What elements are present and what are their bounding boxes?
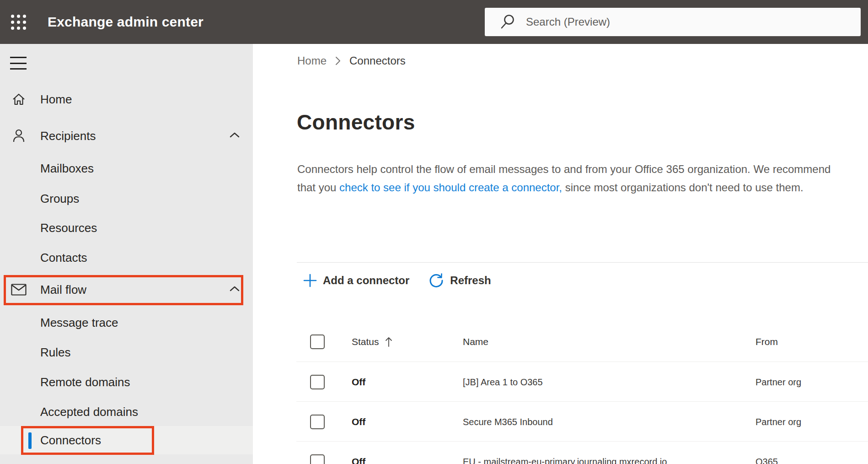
- row-status: Off: [352, 456, 365, 464]
- sidebar-item-remote-domains[interactable]: Remote domains: [0, 368, 253, 396]
- waffle-icon: [11, 15, 26, 30]
- table-row[interactable]: Off Secure M365 Inbound Partner org: [296, 401, 868, 442]
- nav-collapse-button[interactable]: [10, 57, 27, 70]
- page-description: Connectors help control the flow of emai…: [297, 160, 852, 197]
- sidebar-item-label: Groups: [40, 192, 79, 206]
- sort-ascending-icon: [385, 336, 393, 348]
- sidebar-item-label: Resources: [40, 221, 97, 235]
- row-from: Partner org: [755, 377, 801, 387]
- row-checkbox[interactable]: [310, 454, 325, 464]
- search-input[interactable]: [526, 16, 846, 28]
- row-name: Secure M365 Inbound: [463, 416, 553, 427]
- row-from: O365: [755, 456, 778, 464]
- sidebar-item-recipients[interactable]: Recipients: [0, 122, 253, 150]
- sidebar-item-label: Mail flow: [40, 283, 86, 297]
- sidebar-item-label: Recipients: [40, 129, 96, 143]
- sidebar-item-label: Home: [40, 92, 72, 107]
- sidebar-item-connectors[interactable]: Connectors: [0, 426, 253, 454]
- topbar: Exchange admin center: [0, 0, 868, 44]
- sidebar-item-mailboxes[interactable]: Mailboxes: [0, 154, 253, 183]
- row-status: Off: [352, 377, 365, 388]
- sidebar-item-groups[interactable]: Groups: [0, 184, 253, 213]
- breadcrumb-home-link[interactable]: Home: [297, 54, 327, 67]
- row-checkbox[interactable]: [310, 375, 325, 389]
- sidebar-nav: Home Recipients Mailboxes Groups Resourc…: [0, 44, 253, 464]
- table-header-row: Status Name From: [296, 322, 868, 361]
- row-checkbox[interactable]: [310, 415, 325, 429]
- command-bar: Add a connector Refresh: [303, 270, 491, 291]
- home-icon: [11, 92, 27, 107]
- sidebar-item-label: Connectors: [40, 433, 101, 448]
- intro-text-after: since most organizations don't need to u…: [562, 181, 804, 194]
- refresh-icon: [429, 273, 444, 288]
- breadcrumb: Home Connectors: [297, 54, 406, 68]
- mail-icon: [11, 284, 27, 296]
- sidebar-item-rules[interactable]: Rules: [0, 338, 253, 367]
- table-row[interactable]: Off EU - mailstream-eu-primary.journalin…: [296, 441, 868, 464]
- sidebar-item-message-trace[interactable]: Message trace: [0, 308, 253, 337]
- main-content: Home Connectors Connectors Connectors he…: [253, 44, 868, 464]
- sidebar-item-label: Mailboxes: [40, 162, 94, 176]
- sidebar-item-contacts[interactable]: Contacts: [0, 243, 253, 272]
- plus-icon: [303, 274, 317, 287]
- row-status: Off: [352, 416, 365, 427]
- refresh-button[interactable]: Refresh: [429, 273, 491, 288]
- row-name: [JB] Area 1 to O365: [463, 377, 543, 387]
- app-launcher-button[interactable]: [6, 11, 30, 33]
- column-header-status[interactable]: Status: [352, 336, 393, 348]
- table-row[interactable]: Off [JB] Area 1 to O365 Partner org: [296, 361, 868, 402]
- select-all-checkbox[interactable]: [310, 335, 325, 349]
- row-name: EU - mailstream-eu-primary.journaling.mx…: [463, 456, 667, 464]
- search-icon: [499, 14, 516, 30]
- create-connector-check-link[interactable]: check to see if you should create a conn…: [339, 181, 562, 194]
- sidebar-item-label: Message trace: [40, 316, 118, 330]
- sidebar-item-label: Accepted domains: [40, 405, 138, 419]
- chevron-up-icon: [229, 132, 240, 140]
- sidebar-item-mail-flow[interactable]: Mail flow: [0, 275, 253, 304]
- chevron-up-icon: [229, 286, 240, 294]
- toolbar-divider: [297, 262, 868, 263]
- sidebar-item-accepted-domains[interactable]: Accepted domains: [0, 398, 253, 426]
- add-connector-label: Add a connector: [323, 274, 409, 287]
- column-header-from[interactable]: From: [755, 336, 778, 347]
- sidebar-item-resources[interactable]: Resources: [0, 214, 253, 242]
- app-title: Exchange admin center: [48, 0, 204, 44]
- sidebar-item-label: Contacts: [40, 251, 87, 265]
- sidebar-item-label: Remote domains: [40, 375, 130, 389]
- sidebar-item-label: Rules: [40, 345, 70, 360]
- refresh-label: Refresh: [450, 274, 491, 287]
- add-connector-button[interactable]: Add a connector: [303, 274, 409, 287]
- sidebar-item-home[interactable]: Home: [0, 85, 253, 113]
- search-box[interactable]: [485, 8, 861, 36]
- breadcrumb-current: Connectors: [349, 54, 406, 67]
- person-icon: [11, 129, 27, 143]
- selected-indicator: [28, 432, 32, 449]
- chevron-right-icon: [335, 55, 341, 66]
- row-from: Partner org: [755, 416, 801, 427]
- column-header-name[interactable]: Name: [463, 336, 488, 347]
- page-title: Connectors: [297, 110, 415, 135]
